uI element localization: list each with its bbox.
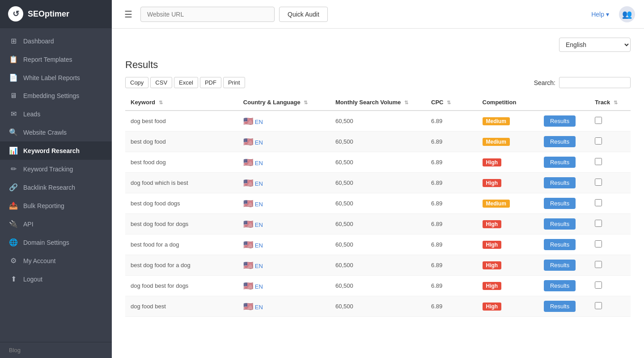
results-button[interactable]: Results (544, 157, 576, 168)
sidebar-item-embedding-settings[interactable]: 🖥Embedding Settings (0, 87, 112, 105)
blog-link[interactable]: Blog (9, 347, 21, 354)
table-row: best dog food for dogs 🇺🇸EN 60,500 6.89 … (125, 214, 631, 234)
col-header-keyword: Keyword ⇅ (125, 94, 238, 111)
track-checkbox[interactable] (595, 220, 602, 227)
cell-keyword: dog food which is best (125, 173, 238, 193)
competition-badge: High (483, 282, 502, 290)
cell-country: 🇺🇸EN (238, 276, 330, 296)
cell-volume: 60,500 (330, 152, 426, 173)
sidebar-item-label-api: API (23, 221, 34, 228)
competition-badge: High (483, 158, 502, 166)
results-button[interactable]: Results (544, 239, 576, 250)
sort-cpc-icon[interactable]: ⇅ (447, 100, 451, 105)
white-label-reports-icon: 📄 (9, 73, 18, 82)
export-print-button[interactable]: Print (223, 77, 245, 88)
help-menu[interactable]: Help ▾ (591, 11, 609, 18)
sidebar-item-api[interactable]: 🔌API (0, 215, 112, 233)
track-checkbox[interactable] (595, 302, 602, 309)
website-url-input[interactable] (140, 7, 275, 22)
sidebar-item-dashboard[interactable]: ⊞Dashboard (0, 32, 112, 50)
user-avatar[interactable]: 👥 (619, 6, 635, 22)
language-row: EnglishSpanishFrenchGermanItalian (125, 38, 631, 52)
quick-audit-button[interactable]: Quick Audit (279, 7, 328, 22)
sidebar-item-logout[interactable]: ⬆Logout (0, 270, 112, 288)
competition-badge: Medium (483, 200, 510, 208)
cell-results-btn: Results (538, 193, 589, 214)
cell-keyword: best dog food (125, 132, 238, 152)
flag-icon: 🇺🇸 (243, 261, 253, 270)
lang-code: EN (255, 119, 263, 125)
lang-code: EN (255, 180, 263, 187)
results-button[interactable]: Results (544, 198, 576, 209)
results-button[interactable]: Results (544, 218, 576, 230)
help-arrow-icon: ▾ (606, 11, 609, 18)
sidebar-logo: ↺ SEOptimer (0, 0, 112, 28)
sort-track-icon[interactable]: ⇅ (614, 100, 618, 105)
cell-competition: High (477, 234, 538, 255)
sort-keyword-icon[interactable]: ⇅ (159, 100, 163, 105)
export-copy-button[interactable]: Copy (125, 77, 148, 88)
cell-results-btn: Results (538, 152, 589, 173)
lang-code: EN (255, 283, 263, 290)
track-checkbox[interactable] (595, 240, 602, 247)
sidebar-item-bulk-reporting[interactable]: 📤Bulk Reporting (0, 196, 112, 215)
sidebar-item-domain-settings[interactable]: 🌐Domain Settings (0, 233, 112, 251)
sidebar-item-keyword-research[interactable]: 📊Keyword Research (0, 141, 112, 160)
table-row: best dog food 🇺🇸EN 60,500 6.89 Medium Re… (125, 132, 631, 152)
search-input[interactable] (559, 77, 631, 88)
flag-icon: 🇺🇸 (243, 281, 253, 290)
results-button[interactable]: Results (544, 115, 576, 127)
results-button[interactable]: Results (544, 136, 576, 147)
cell-track (589, 152, 631, 173)
sidebar-item-keyword-tracking[interactable]: ✏Keyword Tracking (0, 160, 112, 178)
results-button[interactable]: Results (544, 280, 576, 291)
track-checkbox[interactable] (595, 179, 602, 186)
cell-competition: Medium (477, 193, 538, 214)
results-button[interactable]: Results (544, 301, 576, 312)
sort-volume-icon[interactable]: ⇅ (404, 100, 408, 105)
cell-competition: High (477, 152, 538, 173)
cell-country: 🇺🇸EN (238, 296, 330, 317)
flag-icon: 🇺🇸 (243, 158, 253, 167)
export-pdf-button[interactable]: PDF (200, 77, 221, 88)
results-button[interactable]: Results (544, 177, 576, 188)
cell-cpc: 6.89 (426, 276, 477, 296)
col-header-track: Track ⇅ (589, 94, 631, 111)
cell-track (589, 276, 631, 296)
sidebar-item-report-templates[interactable]: 📋Report Templates (0, 50, 112, 68)
competition-badge: High (483, 179, 502, 187)
sidebar-item-my-account[interactable]: ⚙My Account (0, 251, 112, 270)
export-row: CopyCSVExcelPDFPrint Search: (125, 77, 631, 88)
export-excel-button[interactable]: Excel (174, 77, 198, 88)
cell-keyword: dog food best for dogs (125, 276, 238, 296)
sidebar-item-website-crawls[interactable]: 🔍Website Crawls (0, 123, 112, 141)
menu-toggle-button[interactable]: ☰ (121, 7, 136, 21)
language-select[interactable]: EnglishSpanishFrenchGermanItalian (559, 38, 631, 52)
lang-code: EN (255, 139, 263, 146)
track-checkbox[interactable] (595, 137, 602, 145)
track-checkbox[interactable] (595, 117, 602, 124)
track-checkbox[interactable] (595, 199, 602, 206)
sidebar-item-leads[interactable]: ✉Leads (0, 105, 112, 123)
keyword-research-icon: 📊 (9, 146, 18, 155)
cell-track (589, 111, 631, 132)
track-checkbox[interactable] (595, 261, 602, 268)
sidebar-item-label-keyword-research: Keyword Research (23, 147, 80, 154)
table-row: dog food which is best 🇺🇸EN 60,500 6.89 … (125, 173, 631, 193)
website-crawls-icon: 🔍 (9, 128, 18, 136)
dashboard-icon: ⊞ (9, 37, 18, 45)
help-label: Help (591, 11, 604, 18)
sort-country-icon[interactable]: ⇅ (304, 100, 308, 105)
results-button[interactable]: Results (544, 260, 576, 271)
cell-cpc: 6.89 (426, 296, 477, 317)
logout-icon: ⬆ (9, 275, 18, 283)
sidebar-footer[interactable]: Blog (0, 342, 112, 358)
track-checkbox[interactable] (595, 281, 602, 289)
track-checkbox[interactable] (595, 158, 602, 165)
cell-results-btn: Results (538, 173, 589, 193)
sidebar-item-white-label-reports[interactable]: 📄White Label Reports (0, 68, 112, 87)
sidebar-item-label-leads: Leads (23, 111, 40, 118)
cell-country: 🇺🇸EN (238, 214, 330, 234)
export-csv-button[interactable]: CSV (150, 77, 172, 88)
sidebar-item-backlink-research[interactable]: 🔗Backlink Research (0, 178, 112, 196)
